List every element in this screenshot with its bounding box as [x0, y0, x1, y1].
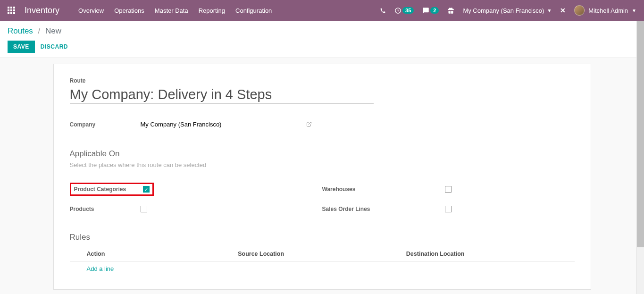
top-navbar: Inventory Overview Operations Master Dat… — [0, 0, 644, 21]
company-name: My Company (San Francisco) — [463, 7, 544, 14]
warehouses-checkbox[interactable] — [445, 186, 452, 193]
col-action[interactable]: Action — [70, 247, 238, 261]
scrollbar[interactable] — [636, 21, 644, 290]
highlight-annotation: Product Categories ✓ — [70, 183, 154, 196]
svg-line-1 — [309, 122, 311, 125]
activities-badge: 35 — [402, 7, 414, 14]
caret-down-icon: ▼ — [632, 8, 636, 13]
rules-title: Rules — [70, 233, 575, 242]
apps-icon[interactable] — [8, 7, 15, 14]
user-menu[interactable]: Mitchell Admin ▼ — [574, 5, 636, 16]
applicable-on-help: Select the places where this route can b… — [70, 161, 575, 168]
external-link-icon[interactable] — [306, 121, 312, 128]
user-name: Mitchell Admin — [588, 7, 628, 14]
nav-right: 35 2 My Company (San Francisco) ▼ ✕ Mitc… — [380, 5, 636, 16]
discard-button[interactable]: DISCARD — [41, 43, 68, 50]
col-destination[interactable]: Destination Location — [406, 247, 575, 261]
gift-icon[interactable] — [447, 7, 454, 14]
avatar — [574, 5, 585, 16]
menu-overview[interactable]: Overview — [78, 7, 104, 14]
debug-icon[interactable]: ✕ — [560, 7, 566, 14]
caret-down-icon: ▼ — [547, 8, 552, 13]
form-sheet: Route Company ▼ Applicable On Select the… — [53, 64, 591, 290]
add-line-link[interactable]: Add a line — [70, 265, 114, 272]
activities-icon[interactable]: 35 — [394, 7, 414, 14]
messages-icon[interactable]: 2 — [422, 7, 439, 14]
product-categories-checkbox[interactable]: ✓ — [143, 186, 150, 193]
breadcrumb-root[interactable]: Routes — [8, 26, 33, 35]
company-input[interactable] — [141, 119, 301, 130]
route-label: Route — [70, 77, 575, 84]
breadcrumb-sep: / — [38, 26, 41, 35]
product-categories-label: Product Categories — [74, 186, 126, 193]
phone-icon[interactable] — [380, 8, 386, 14]
control-panel: Routes / New SAVE DISCARD — [0, 21, 644, 58]
products-label: Products — [70, 206, 141, 212]
scrollbar-thumb[interactable] — [637, 21, 644, 247]
col-source[interactable]: Source Location — [238, 247, 406, 261]
sales-order-lines-checkbox[interactable] — [445, 206, 452, 212]
menu-configuration[interactable]: Configuration — [235, 7, 272, 14]
company-switcher[interactable]: My Company (San Francisco) ▼ — [463, 7, 552, 14]
rules-table: Action Source Location Destination Locat… — [70, 247, 575, 276]
save-button[interactable]: SAVE — [8, 41, 35, 53]
main-menu: Overview Operations Master Data Reportin… — [78, 7, 272, 14]
sales-order-lines-label: Sales Order Lines — [322, 206, 445, 212]
products-checkbox[interactable] — [141, 206, 147, 212]
applicable-on-title: Applicable On — [70, 149, 575, 159]
company-label: Company — [70, 121, 141, 128]
route-name-input[interactable] — [70, 86, 374, 104]
messages-badge: 2 — [430, 7, 439, 14]
breadcrumb: Routes / New — [8, 26, 636, 36]
menu-operations[interactable]: Operations — [114, 7, 144, 14]
warehouses-label: Warehouses — [322, 186, 445, 193]
breadcrumb-current: New — [45, 26, 61, 35]
menu-master-data[interactable]: Master Data — [155, 7, 188, 14]
app-brand[interactable]: Inventory — [25, 6, 59, 16]
menu-reporting[interactable]: Reporting — [199, 7, 225, 14]
